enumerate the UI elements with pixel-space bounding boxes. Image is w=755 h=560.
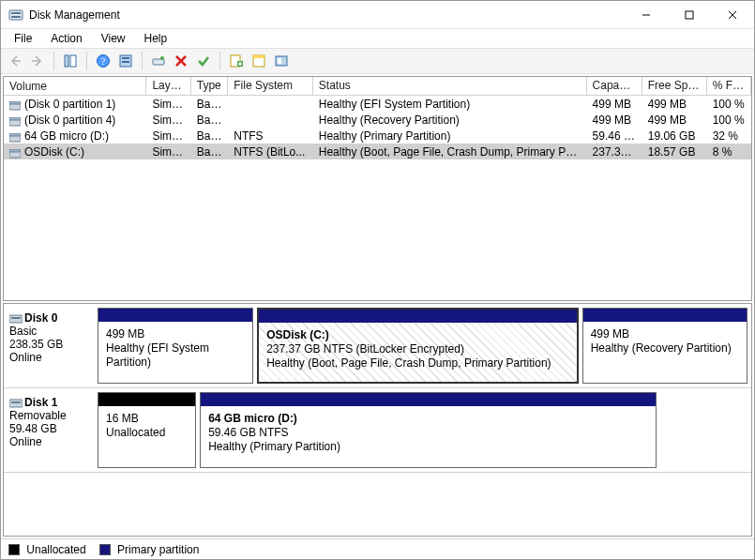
svg-rect-25 bbox=[278, 58, 281, 64]
volume-list: Volume Layout Type File System Status Ca… bbox=[3, 76, 752, 301]
svg-rect-1 bbox=[11, 12, 21, 14]
toolbar-action-1-icon[interactable] bbox=[226, 51, 247, 71]
svg-rect-31 bbox=[9, 133, 21, 136]
volume-pct-free: 100 % bbox=[707, 114, 751, 127]
col-pct-free[interactable]: % Free bbox=[707, 77, 751, 95]
forward-button[interactable] bbox=[27, 51, 48, 71]
partition[interactable]: 499 MBHealthy (EFI System Partition) bbox=[98, 308, 253, 384]
legend-unallocated: Unallocated bbox=[8, 543, 86, 556]
menu-view[interactable]: View bbox=[92, 30, 135, 47]
partition-body: 16 MBUnallocated bbox=[98, 406, 195, 467]
volume-row[interactable]: OSDisk (C:)SimpleBasicNTFS (BitLo...Heal… bbox=[4, 144, 751, 159]
svg-rect-27 bbox=[9, 101, 21, 104]
volume-layout: Simple bbox=[146, 98, 190, 111]
disk-type: Removable bbox=[9, 409, 94, 422]
disk-graphical-view[interactable]: Disk 0Basic238.35 GBOnline499 MBHealthy … bbox=[3, 303, 752, 537]
toolbar-show-hide-tree-icon[interactable] bbox=[60, 51, 81, 71]
volume-status: Healthy (Primary Partition) bbox=[313, 129, 587, 143]
legend: Unallocated Primary partition bbox=[1, 538, 754, 559]
partition-status: Healthy (Primary Partition) bbox=[208, 440, 648, 454]
partition[interactable]: 499 MBHealthy (Recovery Partition) bbox=[582, 308, 747, 384]
partition-size: 499 MB bbox=[591, 327, 739, 341]
window-title: Disk Management bbox=[29, 8, 625, 22]
minimize-button[interactable] bbox=[625, 1, 668, 28]
col-filesystem[interactable]: File System bbox=[228, 77, 313, 95]
menu-help[interactable]: Help bbox=[135, 30, 177, 47]
volume-capacity: 499 MB bbox=[587, 114, 642, 127]
volume-status: Healthy (Recovery Partition) bbox=[313, 114, 587, 127]
toolbar: ? bbox=[1, 48, 754, 74]
toolbar-settings-icon[interactable] bbox=[115, 51, 136, 71]
partition-size: 237.37 GB NTFS (BitLocker Encrypted) bbox=[266, 342, 569, 356]
partition-stripe bbox=[98, 309, 252, 322]
svg-text:?: ? bbox=[101, 56, 106, 67]
svg-rect-0 bbox=[9, 10, 23, 20]
col-status[interactable]: Status bbox=[313, 77, 587, 95]
disk-info: Disk 0Basic238.35 GBOnline bbox=[8, 308, 98, 384]
partition-body: OSDisk (C:)237.37 GB NTFS (BitLocker Enc… bbox=[259, 323, 577, 382]
toolbar-delete-icon[interactable] bbox=[171, 51, 191, 71]
svg-rect-8 bbox=[70, 55, 76, 67]
disk-state: Online bbox=[9, 435, 94, 448]
legend-primary-label: Primary partition bbox=[117, 543, 199, 556]
volume-layout: Simple bbox=[146, 114, 190, 127]
back-button[interactable] bbox=[5, 51, 25, 71]
volume-list-body[interactable]: (Disk 0 partition 1)SimpleBasicHealthy (… bbox=[4, 96, 751, 300]
toolbar-properties-icon[interactable] bbox=[193, 51, 214, 71]
disk-icon bbox=[9, 397, 23, 408]
col-capacity[interactable]: Capacity bbox=[587, 77, 642, 95]
volume-row[interactable]: 64 GB micro (D:)SimpleBasicNTFSHealthy (… bbox=[4, 128, 751, 144]
disk-partitions: 499 MBHealthy (EFI System Partition)OSDi… bbox=[98, 308, 747, 384]
partition[interactable]: 16 MBUnallocated bbox=[98, 392, 196, 468]
svg-rect-33 bbox=[9, 149, 21, 152]
volume-icon bbox=[9, 148, 21, 158]
volume-row[interactable]: (Disk 0 partition 4)SimpleBasicHealthy (… bbox=[4, 112, 751, 128]
volume-status: Healthy (EFI System Partition) bbox=[313, 98, 587, 111]
toolbar-separator bbox=[86, 52, 87, 70]
legend-unallocated-label: Unallocated bbox=[26, 543, 85, 556]
menu-action[interactable]: Action bbox=[41, 30, 91, 47]
volume-pct-free: 100 % bbox=[707, 98, 751, 111]
partition-size: 16 MB bbox=[106, 412, 188, 426]
svg-rect-23 bbox=[253, 55, 264, 58]
legend-primary: Primary partition bbox=[99, 543, 200, 556]
col-free[interactable]: Free Space bbox=[642, 77, 707, 95]
col-layout[interactable]: Layout bbox=[146, 77, 190, 95]
toolbar-action-3-icon[interactable] bbox=[271, 51, 292, 71]
volume-row[interactable]: (Disk 0 partition 1)SimpleBasicHealthy (… bbox=[4, 96, 751, 112]
volume-filesystem: NTFS bbox=[228, 129, 313, 143]
svg-rect-4 bbox=[686, 11, 693, 19]
toolbar-action-2-icon[interactable] bbox=[249, 51, 269, 71]
volume-capacity: 237.37 GB bbox=[587, 145, 642, 159]
volume-type: Basic bbox=[191, 98, 228, 111]
volume-free: 18.57 GB bbox=[642, 145, 707, 159]
volume-name: 64 GB micro (D:) bbox=[24, 129, 109, 143]
disk-size: 59.48 GB bbox=[9, 422, 94, 435]
toolbar-separator bbox=[142, 52, 143, 70]
partition[interactable]: OSDisk (C:)237.37 GB NTFS (BitLocker Enc… bbox=[257, 308, 579, 384]
volume-type: Basic bbox=[191, 145, 228, 159]
toolbar-separator bbox=[53, 52, 54, 70]
close-button[interactable] bbox=[711, 1, 754, 28]
col-type[interactable]: Type bbox=[191, 77, 229, 95]
menu-file[interactable]: File bbox=[5, 30, 41, 47]
partition-body: 499 MBHealthy (EFI System Partition) bbox=[98, 322, 252, 383]
partition-title: OSDisk (C:) bbox=[266, 328, 329, 341]
partition[interactable]: 64 GB micro (D:)59.46 GB NTFSHealthy (Pr… bbox=[200, 392, 657, 468]
volume-icon bbox=[9, 116, 21, 126]
partition-status: Healthy (Recovery Partition) bbox=[591, 341, 739, 356]
volume-layout: Simple bbox=[146, 145, 190, 159]
toolbar-refresh-icon[interactable] bbox=[148, 51, 169, 71]
partition-size: 499 MB bbox=[106, 327, 245, 341]
maximize-button[interactable] bbox=[668, 1, 711, 28]
partition-stripe bbox=[98, 393, 195, 406]
partition-stripe bbox=[201, 393, 656, 406]
volume-free: 499 MB bbox=[642, 98, 707, 111]
help-icon[interactable]: ? bbox=[93, 51, 113, 71]
titlebar: Disk Management bbox=[1, 1, 754, 29]
volume-filesystem: NTFS (BitLo... bbox=[228, 145, 313, 159]
partition-body: 64 GB micro (D:)59.46 GB NTFSHealthy (Pr… bbox=[201, 406, 656, 467]
col-volume[interactable]: Volume bbox=[4, 77, 146, 95]
volume-name: OSDisk (C:) bbox=[24, 145, 84, 159]
volume-capacity: 499 MB bbox=[587, 98, 642, 111]
